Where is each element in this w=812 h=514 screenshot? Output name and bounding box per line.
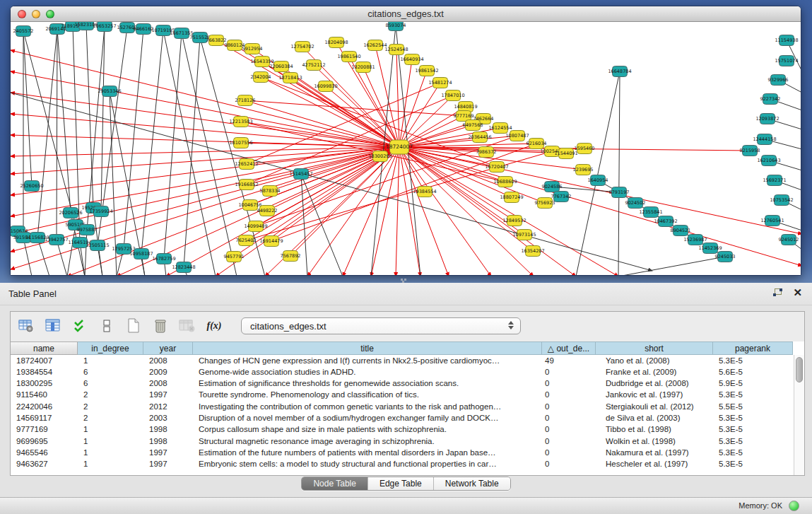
table-cell: 0 [542, 424, 596, 436]
node-label: 9227342 [760, 96, 781, 102]
table-scrollbar-thumb[interactable] [796, 357, 803, 382]
citation-edge[interactable] [23, 238, 32, 276]
column-chooser-button[interactable] [43, 315, 63, 337]
column-header-pagerank[interactable]: pagerank [713, 341, 793, 355]
float-panel-icon[interactable] [773, 288, 783, 298]
column-header-title[interactable]: title [193, 341, 542, 355]
citation-edge[interactable] [375, 45, 399, 147]
table-cell: 5.3E-5 [713, 459, 793, 470]
table-row[interactable]: 977716911998Corpus callosum shape and si… [11, 424, 804, 436]
node-label: 16720407 [485, 164, 508, 170]
table-selector-dropdown[interactable]: citations_edges.txt [241, 317, 521, 334]
citation-edge[interactable] [396, 147, 399, 276]
citation-edge[interactable] [301, 174, 343, 276]
table-row[interactable]: 969969511998Structural magnetic resonanc… [11, 436, 804, 447]
table-settings-button[interactable] [16, 315, 36, 337]
tab-node-table[interactable]: Node Table [302, 477, 367, 490]
column-header-out_de[interactable]: △ out_de... [542, 341, 596, 355]
column-header-year[interactable]: year [143, 341, 193, 355]
network-window-titlebar[interactable]: citations_edges.txt [11, 6, 801, 22]
node-table[interactable]: namein_degreeyeartitle△ out_de...shortpa… [11, 341, 804, 475]
citation-edge[interactable] [399, 147, 534, 276]
node-label: 17847010 [441, 93, 464, 98]
table-cell: 0 [542, 447, 596, 458]
new-table-button[interactable] [124, 315, 143, 337]
node-label: 10688609 [493, 179, 517, 185]
table-row[interactable]: 1872400712008Changes of HCN gene express… [11, 355, 804, 366]
network-canvas[interactable]: 1872400724055722069140611891560158231061… [11, 22, 801, 276]
column-header-short[interactable]: short [596, 341, 713, 355]
select-columns-button[interactable] [70, 315, 90, 337]
node-label: 7767342 [551, 194, 572, 199]
function-builder-button[interactable]: f(x) [204, 315, 224, 337]
node-label: 10753542 [770, 197, 793, 203]
citation-edge[interactable] [618, 257, 725, 276]
node-label: 6466162 [134, 26, 154, 32]
table-row[interactable]: 1456911722003Disruption of a novel membe… [11, 412, 804, 424]
table-row[interactable]: 2242004622012Investigating the contribut… [11, 401, 804, 412]
node-label: 17359924 [89, 209, 112, 214]
citation-edge[interactable] [87, 26, 105, 230]
citation-edge[interactable] [164, 33, 182, 259]
table-row[interactable]: 946362711997Embryonic stem cells: a mode… [11, 459, 804, 470]
citation-edge[interactable] [37, 238, 49, 276]
table-scrollbar[interactable] [794, 355, 804, 475]
citation-edge[interactable] [11, 147, 399, 216]
row-height-button[interactable] [97, 315, 117, 337]
node-label: 15692371 [763, 177, 786, 183]
citation-edge[interactable] [11, 147, 399, 156]
table-cell: Tibbo et al. (1998) [596, 424, 713, 436]
table-cell: 0 [542, 366, 596, 378]
node-label: 16914479 [259, 238, 283, 244]
citation-edge[interactable] [399, 147, 801, 266]
column-header-in_degree[interactable]: in_degree [78, 341, 143, 355]
table-cell: 0 [542, 378, 596, 390]
close-panel-icon[interactable]: ✕ [793, 288, 802, 298]
node-label: 15751074 [775, 58, 798, 64]
node-label: 16262544 [363, 42, 387, 48]
citation-network-graph[interactable]: 1872400724055722069140611891560158231061… [11, 22, 801, 276]
table-cell: Corpus callosum shape and size in male p… [193, 424, 542, 436]
node-label: 18300295 [368, 153, 392, 159]
citation-edge[interactable] [37, 29, 57, 238]
column-header-name[interactable]: name [11, 341, 78, 355]
citation-edge[interactable] [11, 114, 399, 147]
table-cell: 18300295 [11, 378, 78, 390]
table-cell: Structural magnetic resonance image aver… [193, 436, 542, 447]
citation-edge[interactable] [67, 225, 76, 276]
table-row[interactable]: 1938455462009Genome-wide association stu… [11, 366, 804, 378]
node-label: 18724007 [386, 144, 413, 150]
table-cell: 5.3E-5 [713, 355, 793, 366]
network-view-window[interactable]: citations_edges.txt 18724007240557220691… [10, 6, 801, 276]
citation-edge[interactable] [618, 71, 620, 276]
table-row[interactable]: 1830029562008Estimation of significance … [11, 378, 804, 390]
table-cell: 9465546 [11, 447, 78, 458]
table-row[interactable]: 946554611997Estimation of the future num… [11, 447, 804, 458]
table-cell: 5.3E-5 [713, 424, 793, 436]
node-label: 10653257 [93, 23, 116, 29]
citation-edge[interactable] [396, 49, 399, 147]
table-cell: 0 [542, 390, 596, 401]
citation-edge[interactable] [141, 30, 163, 254]
tab-edge-table[interactable]: Edge Table [367, 477, 433, 490]
node-label: 7567892 [281, 253, 301, 259]
node-label: 9457791 [224, 254, 245, 259]
node-label: 12093872 [755, 116, 779, 122]
memory-status-indicator[interactable] [789, 501, 799, 511]
citation-edge[interactable] [216, 40, 399, 147]
table-cell: 2009 [143, 366, 193, 378]
citation-edge[interactable] [86, 25, 93, 208]
node-label: 12652412 [235, 161, 258, 167]
delete-rows-button[interactable] [151, 315, 170, 337]
node-label: 9024502 [625, 200, 646, 206]
table-cell: 49 [542, 355, 596, 366]
node-label: 25260650 [20, 183, 43, 189]
table-row[interactable]: 911546021997Tourette syndrome. Phenomeno… [11, 390, 804, 401]
citation-edge[interactable] [245, 100, 464, 116]
node-label: 11544091 [554, 151, 577, 156]
tab-network-table[interactable]: Network Table [433, 477, 510, 490]
citation-edge[interactable] [11, 93, 399, 147]
citation-edge[interactable] [399, 147, 491, 276]
citation-edge[interactable] [57, 29, 71, 213]
table-cell: 5.3E-5 [713, 390, 793, 401]
